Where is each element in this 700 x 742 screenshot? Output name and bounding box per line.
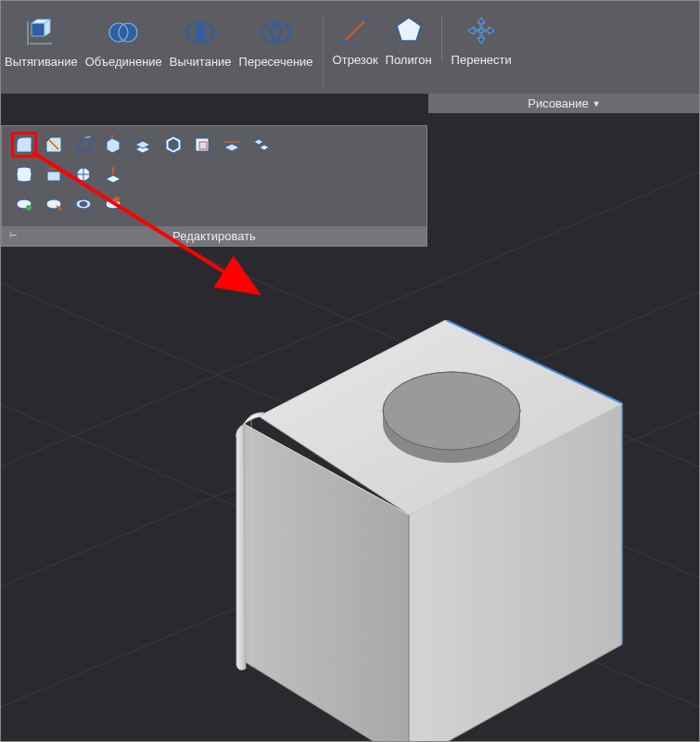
3d-solid-model	[233, 320, 641, 741]
extrude-icon	[24, 16, 57, 49]
separate-tool[interactable]	[248, 132, 274, 158]
svg-marker-44	[135, 141, 150, 148]
move-button[interactable]: Перенести	[448, 10, 515, 67]
svg-rect-53	[47, 172, 60, 181]
edit-tool-r2-3[interactable]	[70, 161, 96, 187]
svg-marker-49	[224, 144, 239, 151]
extrude-face-tool[interactable]	[100, 132, 126, 158]
edit-tool-r3-2[interactable]	[41, 191, 67, 217]
extrude-label: Вытягивание	[5, 55, 78, 69]
svg-marker-51	[254, 139, 263, 145]
edit-tool-r2-4[interactable]	[100, 161, 126, 187]
subtract-icon	[184, 16, 217, 49]
svg-marker-42	[107, 138, 120, 153]
svg-marker-41	[83, 136, 92, 138]
svg-rect-48	[199, 142, 207, 149]
offset-face-tool[interactable]	[130, 132, 156, 158]
edit-tool-r3-3[interactable]	[70, 191, 96, 217]
move-icon	[465, 14, 498, 47]
svg-point-30	[383, 372, 520, 450]
intersect-label: Пересечение	[239, 55, 313, 69]
line-icon	[338, 14, 372, 47]
edit-tool-r2-1[interactable]	[11, 161, 37, 187]
edit-tool-r3-1[interactable]	[11, 191, 37, 217]
edit-panel-label-bar[interactable]: Редактировать	[2, 226, 426, 246]
svg-marker-18	[397, 18, 421, 41]
dropdown-arrow-icon: ▼	[592, 99, 601, 109]
edit-tool-r2-2[interactable]	[41, 161, 67, 187]
svg-marker-0	[32, 23, 45, 36]
fillet-edge-tool[interactable]	[11, 132, 37, 158]
svg-marker-40	[77, 138, 90, 151]
shell-tool[interactable]	[159, 132, 185, 158]
svg-marker-52	[260, 145, 269, 150]
union-label: Объединение	[85, 55, 162, 69]
move-label: Перенести	[452, 53, 512, 67]
edit-tools-panel: Редактировать ⊢	[1, 125, 427, 247]
extrude-button[interactable]: Вытягивание	[1, 12, 82, 69]
subtract-label: Вычитание	[170, 55, 232, 69]
svg-point-16	[342, 40, 347, 45]
chamfer-tool[interactable]	[41, 132, 67, 158]
intersect-button[interactable]: Пересечение	[235, 12, 317, 69]
polygon-button[interactable]: Полигон	[382, 10, 436, 67]
imprint-tool[interactable]	[189, 132, 215, 158]
svg-marker-58	[106, 175, 121, 183]
union-icon	[107, 16, 140, 49]
polygon-icon	[392, 14, 426, 47]
subtract-button[interactable]: Вычитание	[166, 12, 235, 69]
svg-point-61	[26, 205, 32, 211]
line-label: Отрезок	[333, 53, 378, 67]
drawing-panel-dropdown[interactable]: Рисование ▼	[428, 94, 700, 113]
line-button[interactable]: Отрезок	[329, 10, 382, 67]
svg-point-17	[364, 18, 369, 22]
edit-tool-r3-4[interactable]	[100, 191, 126, 217]
slice-tool[interactable]	[219, 132, 245, 158]
drawing-panel-label: Рисование	[528, 96, 588, 110]
taper-face-tool[interactable]	[70, 132, 96, 158]
polygon-label: Полигон	[386, 53, 432, 67]
svg-point-65	[80, 202, 87, 207]
svg-point-67	[114, 197, 120, 202]
svg-marker-46	[169, 139, 178, 150]
panel-pin-icon[interactable]: ⊢	[6, 227, 20, 242]
svg-marker-59	[111, 166, 115, 170]
intersect-icon	[260, 16, 293, 49]
union-button[interactable]: Объединение	[82, 12, 166, 69]
svg-line-15	[344, 19, 366, 42]
edit-panel-label: Редактировать	[172, 229, 256, 243]
